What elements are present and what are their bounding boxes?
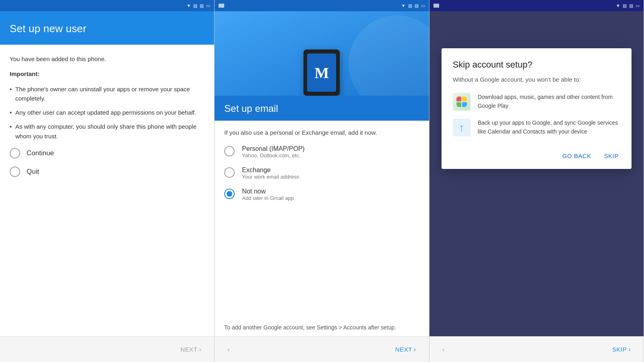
battery-icon: ▭ (206, 3, 210, 8)
tablet-icon: M (303, 49, 340, 96)
next-label: NEXT (395, 346, 412, 353)
personal-option[interactable]: Personal (IMAP/POP) Yahoo, Outlook.com, … (224, 145, 419, 158)
panel-setup-user: ▼ ▨ ▨ ▭ Set up new user You have been ad… (0, 0, 215, 362)
signal1-icon: ▨ (193, 3, 197, 8)
photo-icon (433, 4, 439, 8)
exchange-sublabel: Your work email address (242, 174, 299, 180)
p2-footer-note: To add another Google account, see Setti… (215, 323, 429, 332)
notnow-label: Not now (242, 188, 294, 195)
p1-header: Set up new user (0, 11, 214, 45)
status-bar-1: ▼ ▨ ▨ ▭ (0, 0, 214, 11)
exchange-option[interactable]: Exchange Your work email address (224, 167, 419, 180)
p3-footer: ‹ SKIP › (429, 336, 644, 362)
back-arrow-icon: ‹ (227, 346, 230, 353)
gmail-m-letter: M (315, 64, 329, 82)
wifi-icon: ▼ (616, 3, 620, 8)
skip-dialog: Skip account setup? Without a Google acc… (442, 48, 632, 169)
battery-icon: ▭ (636, 3, 640, 8)
bullet-item: Any other user can accept updated app pe… (10, 108, 204, 117)
next-arrow-icon: › (414, 346, 416, 353)
exchange-label: Exchange (242, 167, 299, 174)
wifi-icon: ▼ (186, 3, 191, 8)
p1-body: You have been added to this phone. Impor… (0, 45, 214, 336)
intro-text: You have been added to this phone. (10, 54, 204, 64)
backup-feature: ↑ Back up your apps to Google, and sync … (453, 119, 620, 136)
notnow-sublabel: Add later in Gmail app (242, 195, 294, 201)
backup-text: Back up your apps to Google, and sync Go… (478, 119, 620, 136)
signal2-icon: ▨ (200, 3, 204, 8)
quit-label: Quit (27, 168, 39, 176)
skip-arrow-icon: › (628, 346, 631, 353)
signal2-icon: ▨ (415, 3, 419, 8)
signal2-icon: ▨ (629, 3, 633, 8)
backup-arrow-icon: ↑ (459, 121, 464, 134)
tablet-inner: M (307, 53, 336, 92)
important-label: Important: (10, 69, 204, 78)
battery-icon: ▭ (421, 3, 425, 8)
panel-setup-email: ▼ ▨ ▨ ▭ M Set up email If you also use a… (215, 0, 429, 362)
bullet-item: The phone's owner can uninstall your app… (10, 84, 204, 103)
skip-label: SKIP (612, 346, 627, 353)
p2-hero: M (215, 11, 429, 96)
quit-option[interactable]: Quit (10, 167, 204, 177)
personal-sublabel: Yahoo, Outlook.com, etc. (242, 152, 305, 158)
panel-skip-account: ▼ ▨ ▨ ▭ Skip account setup? Without a Go… (429, 0, 644, 362)
next-arrow-icon: › (199, 346, 202, 353)
notnow-radio[interactable] (224, 189, 235, 199)
hero-bg-circle (349, 15, 429, 96)
photo-icon (219, 4, 224, 8)
p1-footer: NEXT › (0, 336, 214, 362)
play-store-feature: Download apps, music, games and other co… (453, 93, 620, 111)
next-button[interactable]: NEXT › (390, 343, 421, 356)
next-label: NEXT (180, 346, 197, 353)
personal-label: Personal (IMAP/POP) (242, 145, 305, 152)
continue-option[interactable]: Continue (10, 148, 204, 158)
signal1-icon: ▨ (623, 3, 627, 8)
go-back-button[interactable]: GO BACK (561, 149, 593, 162)
back-arrow-icon: ‹ (442, 346, 445, 353)
status-bar-2: ▼ ▨ ▨ ▭ (215, 0, 429, 11)
next-button[interactable]: NEXT › (175, 343, 206, 356)
back-button[interactable]: ‹ (223, 343, 235, 356)
backup-icon: ↑ (453, 119, 471, 136)
page-title: Set up new user (10, 23, 204, 35)
bullet-item: As with any computer, you should only sh… (10, 122, 204, 141)
skip-footer-button[interactable]: SKIP › (607, 343, 636, 356)
skip-button[interactable]: SKIP (603, 149, 620, 162)
back-button[interactable]: ‹ (438, 343, 450, 356)
p2-description: If you also use a personal or Exchange e… (224, 128, 419, 137)
personal-radio[interactable] (224, 146, 235, 156)
play-store-icon (453, 93, 471, 111)
bullet-list: The phone's owner can uninstall your app… (10, 84, 204, 141)
play-store-text: Download apps, music, games and other co… (478, 93, 620, 110)
dialog-actions: GO BACK SKIP (453, 144, 620, 162)
exchange-radio[interactable] (224, 167, 235, 178)
p2-body: If you also use a personal or Exchange e… (215, 121, 429, 323)
continue-label: Continue (27, 149, 54, 157)
p2-footer: ‹ NEXT › (215, 336, 429, 362)
quit-radio[interactable] (10, 167, 20, 177)
dialog-description: Without a Google account, you won't be a… (453, 75, 620, 84)
p2-title: Set up email (224, 103, 419, 114)
status-bar-3: ▼ ▨ ▨ ▭ (429, 0, 644, 11)
play-store-logo (456, 97, 467, 107)
p2-subtitle-bar: Set up email (215, 96, 429, 121)
wifi-icon: ▼ (401, 3, 406, 8)
dialog-title: Skip account setup? (453, 60, 620, 70)
continue-radio[interactable] (10, 148, 20, 158)
notnow-option[interactable]: Not now Add later in Gmail app (224, 188, 419, 201)
signal1-icon: ▨ (408, 3, 412, 8)
